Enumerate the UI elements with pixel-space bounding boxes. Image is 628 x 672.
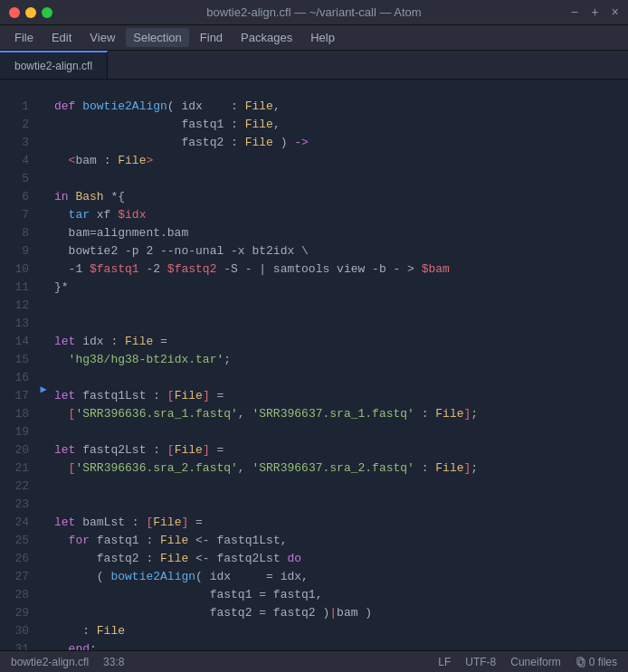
- ln-1: 1: [0, 98, 29, 116]
- ln-12: 12: [0, 297, 29, 315]
- ar-27: [36, 533, 51, 550]
- ar-18: ▶: [36, 381, 51, 399]
- code-line-25: for fastq1 : File <- fastq1Lst,: [54, 532, 619, 550]
- menu-selection[interactable]: Selection: [126, 28, 188, 47]
- code-line-27: ( bowtie2Align( idx = idx,: [54, 568, 619, 586]
- menu-find[interactable]: Find: [193, 28, 230, 47]
- minimize-icon[interactable]: −: [571, 5, 578, 20]
- code-editor[interactable]: def bowtie2Align( idx : File, fastq1 : F…: [51, 80, 619, 650]
- window-controls: [9, 7, 52, 18]
- code-line-11: }*: [54, 279, 619, 297]
- tab-bowtie2-align[interactable]: bowtie2-align.cfl: [0, 51, 108, 79]
- ln-30: 30: [0, 622, 29, 640]
- status-grammar[interactable]: Cuneiform: [510, 656, 560, 668]
- ar-11: [36, 264, 51, 281]
- code-line-21: ['SRR396636.sra_2.fastq', 'SRR396637.sra…: [54, 459, 619, 478]
- ln-blank1: [0, 80, 29, 98]
- ln-13: 13: [0, 315, 29, 333]
- code-line-24: let bamLst : [File] =: [54, 514, 619, 532]
- ar-2: [36, 113, 51, 130]
- ar-22: [36, 450, 51, 467]
- ar-10: [36, 247, 51, 264]
- ln-8: 8: [0, 224, 29, 242]
- ar-23: [36, 466, 51, 483]
- code-line-23: [54, 496, 619, 514]
- status-cursor[interactable]: 33:8: [103, 656, 124, 668]
- expand-icon[interactable]: +: [591, 5, 598, 20]
- ar-7: [36, 197, 51, 214]
- ln-14: 14: [0, 333, 29, 351]
- window-title: bowtie2-align.cfl — ~/variant-call — Ato…: [206, 5, 421, 19]
- menu-edit[interactable]: Edit: [44, 28, 79, 47]
- code-line-16: [54, 369, 619, 387]
- ar-20: [36, 416, 51, 433]
- ar-32: [36, 617, 51, 634]
- code-line-30: : File: [54, 622, 619, 640]
- ln-18: 18: [0, 405, 29, 423]
- code-line-9: bowtie2 -p 2 --no-unal -x bt2idx \: [54, 242, 619, 260]
- vertical-scrollbar[interactable]: [619, 80, 628, 650]
- ln-22: 22: [0, 478, 29, 496]
- menu-packages[interactable]: Packages: [233, 28, 300, 47]
- ln-20: 20: [0, 441, 29, 459]
- code-line-blank-top: [54, 80, 619, 98]
- ln-31: 31: [0, 640, 29, 650]
- code-line-6: in Bash *{: [54, 188, 619, 206]
- code-line-31: end;: [54, 640, 619, 650]
- code-line-19: [54, 423, 619, 441]
- ln-5: 5: [0, 170, 29, 188]
- ln-7: 7: [0, 206, 29, 224]
- status-encoding[interactable]: UTF-8: [465, 656, 496, 668]
- code-line-20: let fastq2Lst : [File] =: [54, 441, 619, 459]
- ln-3: 3: [0, 134, 29, 152]
- status-files: 0 files: [576, 656, 617, 668]
- ln-21: 21: [0, 459, 29, 478]
- menu-file[interactable]: File: [7, 28, 41, 47]
- svg-rect-1: [579, 659, 585, 667]
- ln-2: 2: [0, 116, 29, 134]
- ar-28: [36, 550, 51, 567]
- code-line-13: [54, 315, 619, 333]
- ln-10: 10: [0, 260, 29, 279]
- ar-13: [36, 298, 51, 315]
- code-line-5: [54, 170, 619, 188]
- code-line-3: fastq2 : File ) ->: [54, 134, 619, 152]
- code-line-29: fastq2 = fastq2 )|bam ): [54, 604, 619, 622]
- line-gutter: 1 2 3 4 5 6 7 8 9 10 11 12 13 14 15 16 1…: [0, 80, 36, 650]
- arrow-blank: [36, 80, 51, 97]
- ln-29: 29: [0, 604, 29, 622]
- code-line-26: fastq2 : File <- fastq2Lst do: [54, 550, 619, 568]
- svg-rect-0: [577, 658, 583, 665]
- title-bar: bowtie2-align.cfl — ~/variant-call — Ato…: [0, 0, 628, 25]
- ar-21: [36, 432, 51, 450]
- code-line-1: def bowtie2Align( idx : File,: [54, 98, 619, 116]
- ln-23: 23: [0, 496, 29, 514]
- maximize-button[interactable]: [42, 7, 52, 18]
- status-right: LF UTF-8 Cuneiform 0 files: [438, 656, 617, 668]
- ar-14: [36, 314, 51, 331]
- status-line-ending[interactable]: LF: [438, 656, 451, 668]
- ln-28: 28: [0, 586, 29, 604]
- menu-help[interactable]: Help: [303, 28, 342, 47]
- ln-9: 9: [0, 242, 29, 260]
- code-line-2: fastq1 : File,: [54, 116, 619, 134]
- code-line-8: bam=alignment.bam: [54, 224, 619, 242]
- close-icon[interactable]: ×: [612, 5, 619, 20]
- code-line-22: [54, 478, 619, 496]
- minimize-button[interactable]: [25, 7, 36, 18]
- code-line-10: -1 $fastq1 -2 $fastq2 -S - | samtools vi…: [54, 260, 619, 279]
- code-line-12: [54, 297, 619, 315]
- ln-4: 4: [0, 152, 29, 170]
- ar-15: [36, 331, 51, 348]
- editor: 1 2 3 4 5 6 7 8 9 10 11 12 13 14 15 16 1…: [0, 80, 628, 650]
- ln-16: 16: [0, 369, 29, 387]
- ln-11: 11: [0, 279, 29, 297]
- close-button[interactable]: [9, 7, 20, 18]
- ar-6: [36, 180, 51, 197]
- ln-27: 27: [0, 568, 29, 586]
- menu-view[interactable]: View: [82, 28, 122, 47]
- ar-17: [36, 364, 51, 382]
- ar-3: [36, 130, 51, 147]
- ar-5: [36, 164, 51, 181]
- ar-8: [36, 213, 51, 231]
